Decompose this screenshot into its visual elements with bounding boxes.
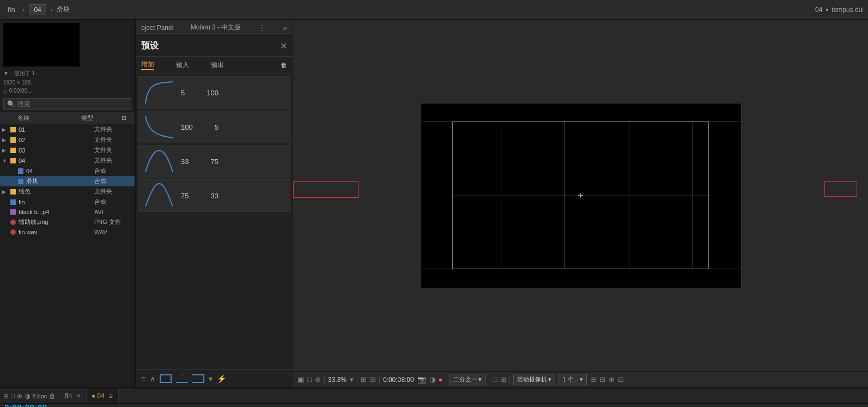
top-bar-right: 04 • tempus dui bbox=[815, 5, 864, 14]
bottom-shape-2[interactable] bbox=[176, 374, 188, 383]
panel-header: bject Panel Motion 3 - 中文版 ⋮ » bbox=[136, 20, 293, 36]
ptb-zoom[interactable]: 33.3% bbox=[328, 376, 347, 384]
tl-icon-3[interactable]: ⊕ bbox=[17, 392, 22, 400]
next-frame-arrow[interactable]: › bbox=[51, 7, 53, 13]
file-icon-6 bbox=[9, 188, 17, 196]
ptb-icon-12[interactable]: ⊡ bbox=[618, 375, 624, 384]
ruler-top bbox=[421, 122, 741, 122]
file-item-6[interactable]: ▶纯色文件夹 bbox=[0, 186, 135, 197]
file-arrow-1[interactable]: ▶ bbox=[2, 137, 8, 143]
preset-chart-2 bbox=[143, 148, 175, 175]
tab-04-menu[interactable]: ≡ bbox=[109, 392, 113, 400]
tab-fin-close[interactable]: ✕ bbox=[76, 393, 81, 399]
panel-menu-icon[interactable]: ⋮ bbox=[258, 23, 266, 32]
ptb-quality-btn[interactable]: 二分之一 ▾ bbox=[450, 374, 485, 385]
file-item-2[interactable]: ▶03文件夹 bbox=[0, 145, 135, 155]
preset-item-1[interactable]: 1005 bbox=[138, 111, 290, 143]
tab-04[interactable]: ■ 04 ≡ bbox=[87, 388, 119, 403]
ptb-icon-9[interactable]: ⊞ bbox=[590, 375, 596, 384]
tab-add[interactable]: 增加 bbox=[141, 60, 154, 70]
tab-output[interactable]: 输出 bbox=[211, 60, 224, 70]
bottom-menu-icon[interactable]: ≡ bbox=[141, 374, 145, 383]
ptb-icon-3[interactable]: ⊕ bbox=[315, 375, 321, 384]
frame-number[interactable]: 04 bbox=[29, 4, 46, 15]
prev-frame-arrow[interactable]: ‹ bbox=[23, 7, 25, 13]
timeline-tabs: ⊞ □ ⊕ ◑ 8 bpc 🗑 fin ✕ ■ 04 ≡ bbox=[0, 388, 868, 404]
file-item-3[interactable]: ▼04文件夹 bbox=[0, 155, 135, 166]
ptb-icon-5[interactable]: ⊟ bbox=[370, 375, 376, 384]
ptb-icon-2[interactable]: □ bbox=[307, 375, 312, 384]
bottom-toolbar: ⊞ □ ⊕ ◑ 8 bpc 🗑 bbox=[0, 392, 59, 400]
meta-text-2: 1920 × 108... bbox=[0, 80, 135, 88]
file-arrow-3[interactable]: ▼ bbox=[2, 158, 8, 163]
preset-vals-0: 5100 bbox=[181, 89, 218, 97]
file-item-8[interactable]: black b...p4AVI bbox=[0, 207, 135, 217]
preset-item-3[interactable]: 7533 bbox=[138, 179, 290, 212]
bottom-shape-3[interactable] bbox=[192, 374, 204, 383]
ptb-icon-10[interactable]: ⊟ bbox=[599, 375, 605, 384]
preset-list: 5100100533757533 bbox=[136, 74, 293, 369]
top-bar: fin ‹ 04 › 滑块 04 • tempus dui bbox=[0, 0, 868, 20]
file-type-2: 文件夹 bbox=[94, 146, 132, 154]
ptb-camera-icon[interactable]: 📷 bbox=[417, 375, 426, 384]
file-arrow-0[interactable]: ▶ bbox=[2, 127, 8, 132]
ptb-divider-5 bbox=[489, 376, 489, 384]
file-item-0[interactable]: ▶01文件夹 bbox=[0, 124, 135, 135]
file-type-3: 文件夹 bbox=[94, 156, 132, 165]
presets-panel: bject Panel Motion 3 - 中文版 ⋮ » 预设 ✕ 增加 输… bbox=[135, 20, 293, 387]
ptb-zoom-arrow[interactable]: ▾ bbox=[350, 375, 354, 384]
preset-item-2[interactable]: 3375 bbox=[138, 145, 290, 178]
ptb-color-icon[interactable]: ● bbox=[439, 375, 443, 384]
ptb-camera-btn[interactable]: 活动摄像机 ▾ bbox=[513, 374, 555, 385]
search-bar[interactable]: 🔍 bbox=[3, 98, 131, 110]
file-item-5[interactable]: 滑块合成 bbox=[0, 176, 135, 186]
preset-val2-3: 33 bbox=[210, 192, 218, 200]
panel-expand-icon[interactable]: » bbox=[283, 23, 287, 32]
main-layout: ▼，使用了 1 1920 × 108... △ 0:00:00... 🔍 名称 … bbox=[0, 20, 868, 387]
tl-icon-4[interactable]: ◑ bbox=[25, 392, 30, 400]
ptb-icon-7[interactable]: □ bbox=[493, 375, 497, 384]
bottom-wave-icon[interactable]: ∧ bbox=[150, 374, 155, 383]
file-type-9: PNG 文件 bbox=[94, 218, 132, 226]
file-name-2: 03 bbox=[19, 147, 93, 154]
panel-title: 预设 bbox=[141, 40, 159, 52]
file-icon-3 bbox=[9, 157, 17, 165]
close-button[interactable]: ✕ bbox=[280, 41, 287, 51]
preset-item-0[interactable]: 5100 bbox=[138, 76, 290, 109]
file-type-6: 文件夹 bbox=[94, 187, 132, 196]
bottom-chevron-icon[interactable]: ▾ bbox=[209, 374, 213, 383]
bottom-lightning-icon[interactable]: ⚡ bbox=[217, 374, 226, 383]
file-arrow-6[interactable]: ▶ bbox=[2, 189, 8, 195]
tab-input[interactable]: 输入 bbox=[176, 60, 189, 70]
ptb-icon-1[interactable]: ▣ bbox=[298, 375, 304, 384]
presets-bottom[interactable]: ≡ ∧ ▾ ⚡ bbox=[136, 369, 293, 387]
file-item-7[interactable]: fin合成 bbox=[0, 197, 135, 207]
red-rect-right bbox=[824, 181, 857, 197]
ptb-icon-6[interactable]: ◑ bbox=[429, 375, 435, 384]
preview-canvas: + bbox=[293, 20, 868, 371]
ptb-icon-11[interactable]: ⊕ bbox=[609, 375, 615, 384]
tl-icon-1[interactable]: ⊞ bbox=[3, 392, 9, 400]
file-item-10[interactable]: fin.wavWAV bbox=[0, 227, 135, 237]
file-arrow-2[interactable]: ▶ bbox=[2, 148, 8, 153]
tl-icon-2[interactable]: □ bbox=[11, 392, 15, 400]
preset-val1-0: 5 bbox=[181, 89, 185, 97]
file-list-header: 名称 类型 ⊞ bbox=[0, 112, 135, 124]
tab-04-dot: ■ bbox=[92, 393, 95, 399]
ptb-time[interactable]: 0:00:08:00 bbox=[383, 376, 414, 384]
tab-fin[interactable]: fin ✕ bbox=[59, 388, 87, 403]
search-input[interactable] bbox=[17, 100, 128, 108]
file-item-1[interactable]: ▶02文件夹 bbox=[0, 135, 135, 145]
ptb-icon-8[interactable]: ⊞ bbox=[500, 375, 506, 384]
tl-icon-5[interactable]: 🗑 bbox=[49, 392, 56, 400]
ptb-icon-4[interactable]: ⊞ bbox=[361, 375, 367, 384]
file-item-4[interactable]: 04合成 bbox=[0, 166, 135, 176]
preset-chart-1 bbox=[143, 113, 175, 141]
current-time[interactable]: 0:00:08:00 bbox=[4, 404, 47, 407]
delete-icon[interactable]: 🗑 bbox=[281, 62, 287, 69]
file-item-9[interactable]: 辅助线.pngPNG 文件 bbox=[0, 217, 135, 227]
ptb-views-btn[interactable]: 1 个... ▾ bbox=[559, 374, 586, 385]
bottom-shape-1[interactable] bbox=[160, 374, 172, 383]
file-icon-1 bbox=[9, 136, 17, 144]
fin-label[interactable]: fin bbox=[4, 4, 19, 15]
